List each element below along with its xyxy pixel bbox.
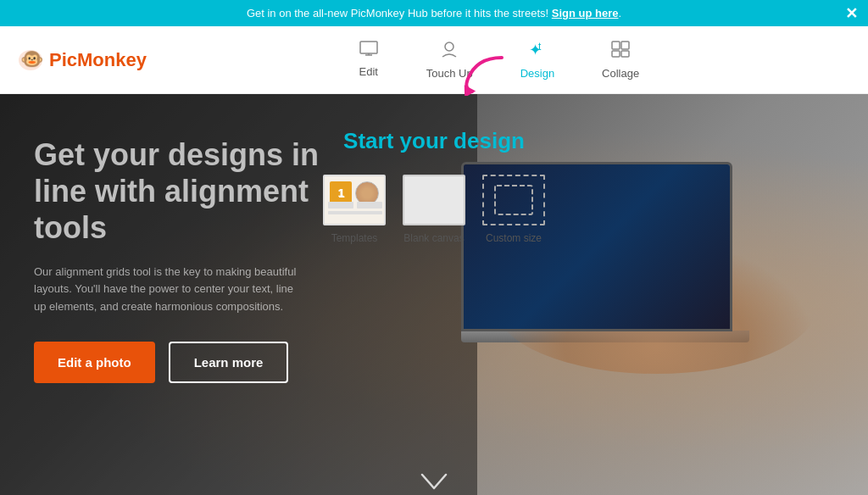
templates-label: Templates bbox=[331, 232, 378, 244]
svg-rect-8 bbox=[612, 42, 620, 49]
svg-rect-2 bbox=[360, 42, 377, 53]
learn-more-button[interactable]: Learn more bbox=[169, 342, 289, 383]
blank-canvas-label: Blank canvas bbox=[403, 232, 464, 244]
design-option-custom[interactable]: Custom size bbox=[482, 175, 545, 244]
design-options: 1 Templates Blank canvas bbox=[323, 175, 545, 244]
edit-photo-button[interactable]: Edit a photo bbox=[34, 342, 155, 383]
logo-icon: 🐵 bbox=[17, 47, 44, 74]
svg-rect-16 bbox=[495, 186, 532, 214]
svg-rect-13 bbox=[328, 202, 353, 209]
nav-label-edit: Edit bbox=[359, 65, 378, 78]
design-option-templates[interactable]: 1 Templates bbox=[323, 175, 386, 244]
close-button[interactable]: ✕ bbox=[845, 4, 858, 23]
signup-link[interactable]: Sign up here bbox=[552, 7, 619, 19]
nav-item-collage[interactable]: Collage bbox=[578, 33, 663, 86]
nav-item-edit[interactable]: Edit bbox=[335, 33, 403, 86]
announcement-text: Get in on the all-new PicMonkey Hub befo… bbox=[247, 7, 548, 19]
touchup-icon bbox=[439, 40, 459, 64]
design-icon: ✦ t bbox=[527, 40, 548, 64]
custom-size-thumbnail bbox=[482, 175, 545, 225]
svg-text:🐵: 🐵 bbox=[20, 47, 44, 70]
svg-rect-9 bbox=[621, 42, 629, 49]
design-panel: Start your design 1 Templates bbox=[323, 128, 545, 244]
design-option-blank[interactable]: Blank canvas bbox=[403, 175, 465, 244]
announcement-bar: Get in on the all-new PicMonkey Hub befo… bbox=[0, 0, 868, 26]
hero-buttons: Edit a photo Learn more bbox=[34, 342, 322, 383]
custom-size-label: Custom size bbox=[486, 232, 542, 244]
templates-thumbnail: 1 bbox=[323, 175, 386, 225]
svg-rect-15 bbox=[328, 211, 382, 214]
logo[interactable]: 🐵 PicMonkey bbox=[17, 47, 147, 74]
scroll-chevron[interactable] bbox=[419, 470, 449, 495]
nav-label-design: Design bbox=[520, 67, 554, 80]
hero-content: Get your designs in line with alignment … bbox=[34, 136, 322, 383]
svg-rect-10 bbox=[612, 51, 620, 57]
hero-headline: Get your designs in line with alignment … bbox=[34, 136, 322, 247]
logo-text: PicMonkey bbox=[49, 49, 147, 71]
design-panel-title: Start your design bbox=[323, 128, 545, 154]
svg-point-5 bbox=[445, 42, 453, 51]
collage-icon bbox=[610, 40, 631, 64]
svg-rect-14 bbox=[357, 202, 382, 209]
arrow-indicator bbox=[459, 53, 510, 99]
svg-rect-11 bbox=[621, 51, 629, 57]
nav-label-collage: Collage bbox=[602, 67, 639, 80]
blank-canvas-thumbnail bbox=[403, 175, 465, 225]
edit-icon bbox=[359, 40, 379, 62]
hero-section: Get your designs in line with alignment … bbox=[0, 94, 868, 495]
hero-subtext: Our alignment grids tool is the key to m… bbox=[34, 264, 297, 316]
navbar: 🐵 PicMonkey Edit Touch Up ✦ t bbox=[0, 26, 868, 94]
